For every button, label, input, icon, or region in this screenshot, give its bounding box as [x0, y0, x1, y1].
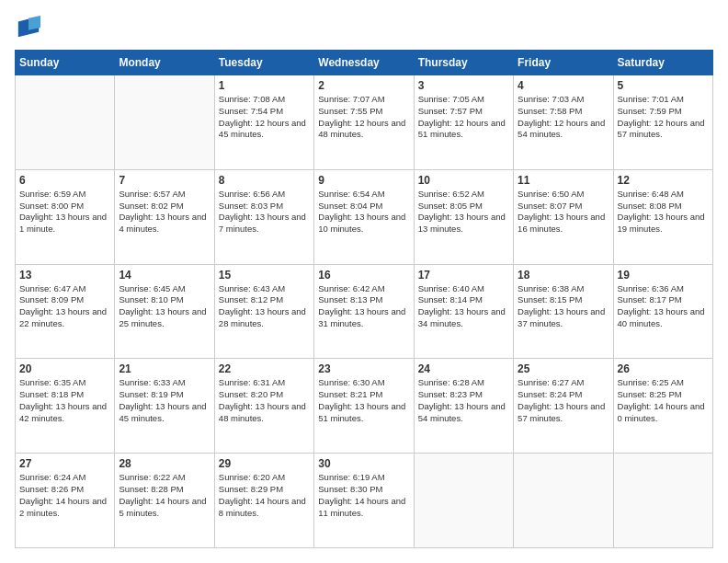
- calendar-cell: 30Sunrise: 6:19 AM Sunset: 8:30 PM Dayli…: [314, 454, 414, 548]
- calendar-cell: 24Sunrise: 6:28 AM Sunset: 8:23 PM Dayli…: [414, 359, 513, 454]
- day-number: 5: [618, 79, 709, 92]
- cell-daylight-text: Sunrise: 6:45 AM Sunset: 8:10 PM Dayligh…: [119, 283, 210, 330]
- day-number: 21: [119, 362, 210, 375]
- calendar-row-4: 27Sunrise: 6:24 AM Sunset: 8:26 PM Dayli…: [16, 454, 713, 548]
- day-number: 16: [318, 269, 409, 282]
- cell-daylight-text: Sunrise: 7:05 AM Sunset: 7:57 PM Dayligh…: [418, 94, 509, 141]
- cell-daylight-text: Sunrise: 6:30 AM Sunset: 8:21 PM Dayligh…: [318, 377, 409, 424]
- cell-daylight-text: Sunrise: 6:36 AM Sunset: 8:17 PM Dayligh…: [618, 283, 709, 330]
- calendar-cell: 22Sunrise: 6:31 AM Sunset: 8:20 PM Dayli…: [214, 359, 313, 454]
- cell-daylight-text: Sunrise: 7:08 AM Sunset: 7:54 PM Dayligh…: [219, 94, 310, 141]
- cell-daylight-text: Sunrise: 6:33 AM Sunset: 8:19 PM Dayligh…: [119, 377, 210, 424]
- calendar-row-0: 1Sunrise: 7:08 AM Sunset: 7:54 PM Daylig…: [16, 75, 713, 170]
- cell-daylight-text: Sunrise: 6:22 AM Sunset: 8:28 PM Dayligh…: [119, 472, 210, 519]
- calendar-cell: 12Sunrise: 6:48 AM Sunset: 8:08 PM Dayli…: [613, 169, 712, 264]
- day-number: 13: [19, 269, 110, 282]
- calendar-header-row: SundayMondayTuesdayWednesdayThursdayFrid…: [16, 51, 713, 75]
- cell-daylight-text: Sunrise: 6:42 AM Sunset: 8:13 PM Dayligh…: [318, 283, 409, 330]
- calendar-cell: 28Sunrise: 6:22 AM Sunset: 8:28 PM Dayli…: [115, 454, 214, 548]
- calendar-cell: 5Sunrise: 7:01 AM Sunset: 7:59 PM Daylig…: [613, 75, 712, 170]
- day-number: 15: [219, 269, 310, 282]
- calendar-cell: 4Sunrise: 7:03 AM Sunset: 7:58 PM Daylig…: [514, 75, 613, 170]
- calendar-row-2: 13Sunrise: 6:47 AM Sunset: 8:09 PM Dayli…: [16, 264, 713, 359]
- logo: [15, 15, 46, 40]
- calendar-cell: 19Sunrise: 6:36 AM Sunset: 8:17 PM Dayli…: [613, 264, 712, 359]
- calendar-cell: 3Sunrise: 7:05 AM Sunset: 7:57 PM Daylig…: [414, 75, 513, 170]
- day-number: 23: [318, 362, 409, 375]
- day-number: 24: [418, 362, 509, 375]
- day-number: 29: [219, 457, 310, 470]
- cell-daylight-text: Sunrise: 7:01 AM Sunset: 7:59 PM Dayligh…: [618, 94, 709, 141]
- day-number: 10: [418, 174, 509, 187]
- day-number: 17: [418, 269, 509, 282]
- cell-daylight-text: Sunrise: 6:19 AM Sunset: 8:30 PM Dayligh…: [318, 472, 409, 519]
- calendar-cell: 7Sunrise: 6:57 AM Sunset: 8:02 PM Daylig…: [115, 169, 214, 264]
- day-header-saturday: Saturday: [613, 51, 712, 75]
- calendar-cell: 26Sunrise: 6:25 AM Sunset: 8:25 PM Dayli…: [613, 359, 712, 454]
- calendar-cell: [414, 454, 513, 548]
- calendar-table: SundayMondayTuesdayWednesdayThursdayFrid…: [15, 50, 713, 548]
- calendar-cell: 17Sunrise: 6:40 AM Sunset: 8:14 PM Dayli…: [414, 264, 513, 359]
- cell-daylight-text: Sunrise: 6:24 AM Sunset: 8:26 PM Dayligh…: [19, 472, 110, 519]
- day-number: 11: [518, 174, 609, 187]
- cell-daylight-text: Sunrise: 6:38 AM Sunset: 8:15 PM Dayligh…: [518, 283, 609, 330]
- day-number: 26: [618, 362, 709, 375]
- day-number: 18: [518, 269, 609, 282]
- day-number: 9: [318, 174, 409, 187]
- day-number: 12: [618, 174, 709, 187]
- calendar-cell: 20Sunrise: 6:35 AM Sunset: 8:18 PM Dayli…: [16, 359, 115, 454]
- cell-daylight-text: Sunrise: 6:50 AM Sunset: 8:07 PM Dayligh…: [518, 189, 609, 236]
- cell-daylight-text: Sunrise: 7:03 AM Sunset: 7:58 PM Dayligh…: [518, 94, 609, 141]
- day-number: 2: [318, 79, 409, 92]
- page: SundayMondayTuesdayWednesdayThursdayFrid…: [0, 0, 728, 563]
- day-number: 3: [418, 79, 509, 92]
- cell-daylight-text: Sunrise: 6:48 AM Sunset: 8:08 PM Dayligh…: [618, 189, 709, 236]
- day-number: 4: [518, 79, 609, 92]
- day-number: 20: [19, 362, 110, 375]
- cell-daylight-text: Sunrise: 6:40 AM Sunset: 8:14 PM Dayligh…: [418, 283, 509, 330]
- calendar-cell: 15Sunrise: 6:43 AM Sunset: 8:12 PM Dayli…: [214, 264, 313, 359]
- calendar-cell: 11Sunrise: 6:50 AM Sunset: 8:07 PM Dayli…: [514, 169, 613, 264]
- calendar-cell: [115, 75, 214, 170]
- cell-daylight-text: Sunrise: 6:35 AM Sunset: 8:18 PM Dayligh…: [19, 377, 110, 424]
- cell-daylight-text: Sunrise: 6:43 AM Sunset: 8:12 PM Dayligh…: [219, 283, 310, 330]
- header: [15, 15, 713, 40]
- day-number: 28: [119, 457, 210, 470]
- cell-daylight-text: Sunrise: 6:52 AM Sunset: 8:05 PM Dayligh…: [418, 189, 509, 236]
- calendar-cell: 14Sunrise: 6:45 AM Sunset: 8:10 PM Dayli…: [115, 264, 214, 359]
- day-number: 7: [119, 174, 210, 187]
- day-number: 25: [518, 362, 609, 375]
- calendar-cell: 16Sunrise: 6:42 AM Sunset: 8:13 PM Dayli…: [314, 264, 414, 359]
- calendar-cell: 2Sunrise: 7:07 AM Sunset: 7:55 PM Daylig…: [314, 75, 414, 170]
- calendar-cell: [613, 454, 712, 548]
- day-number: 22: [219, 362, 310, 375]
- calendar-cell: 23Sunrise: 6:30 AM Sunset: 8:21 PM Dayli…: [314, 359, 414, 454]
- calendar-cell: 9Sunrise: 6:54 AM Sunset: 8:04 PM Daylig…: [314, 169, 414, 264]
- calendar-cell: 27Sunrise: 6:24 AM Sunset: 8:26 PM Dayli…: [16, 454, 115, 548]
- calendar-cell: [16, 75, 115, 170]
- cell-daylight-text: Sunrise: 6:57 AM Sunset: 8:02 PM Dayligh…: [119, 189, 210, 236]
- calendar-row-3: 20Sunrise: 6:35 AM Sunset: 8:18 PM Dayli…: [16, 359, 713, 454]
- day-number: 8: [219, 174, 310, 187]
- day-number: 14: [119, 269, 210, 282]
- cell-daylight-text: Sunrise: 6:25 AM Sunset: 8:25 PM Dayligh…: [618, 377, 709, 424]
- cell-daylight-text: Sunrise: 6:31 AM Sunset: 8:20 PM Dayligh…: [219, 377, 310, 424]
- cell-daylight-text: Sunrise: 6:59 AM Sunset: 8:00 PM Dayligh…: [19, 189, 110, 236]
- day-header-monday: Monday: [115, 51, 214, 75]
- day-number: 30: [318, 457, 409, 470]
- day-number: 27: [19, 457, 110, 470]
- day-header-sunday: Sunday: [16, 51, 115, 75]
- calendar-cell: 25Sunrise: 6:27 AM Sunset: 8:24 PM Dayli…: [514, 359, 613, 454]
- calendar-cell: 29Sunrise: 6:20 AM Sunset: 8:29 PM Dayli…: [214, 454, 313, 548]
- cell-daylight-text: Sunrise: 7:07 AM Sunset: 7:55 PM Dayligh…: [318, 94, 409, 141]
- calendar-cell: 1Sunrise: 7:08 AM Sunset: 7:54 PM Daylig…: [214, 75, 313, 170]
- day-header-tuesday: Tuesday: [214, 51, 313, 75]
- day-header-friday: Friday: [514, 51, 613, 75]
- day-number: 6: [19, 174, 110, 187]
- logo-icon: [15, 15, 42, 40]
- svg-marker-1: [28, 16, 40, 30]
- calendar-cell: 6Sunrise: 6:59 AM Sunset: 8:00 PM Daylig…: [16, 169, 115, 264]
- calendar-cell: 13Sunrise: 6:47 AM Sunset: 8:09 PM Dayli…: [16, 264, 115, 359]
- cell-daylight-text: Sunrise: 6:56 AM Sunset: 8:03 PM Dayligh…: [219, 189, 310, 236]
- calendar-cell: 8Sunrise: 6:56 AM Sunset: 8:03 PM Daylig…: [214, 169, 313, 264]
